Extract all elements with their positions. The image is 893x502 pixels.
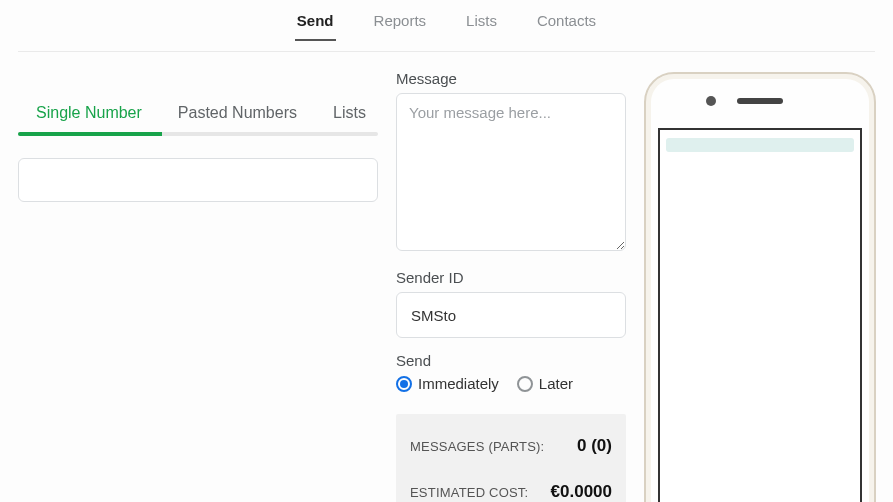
sender-id-input[interactable]: [396, 292, 626, 338]
phone-number-input[interactable]: [18, 158, 378, 202]
phone-screen: [658, 128, 862, 502]
send-immediately-label: Immediately: [418, 375, 499, 392]
send-later-label: Later: [539, 375, 573, 392]
radio-unchecked-icon: [517, 376, 533, 392]
phone-preview: [644, 72, 876, 502]
phone-camera-icon: [706, 96, 716, 106]
messages-parts-label: MESSAGES (PARTS):: [410, 439, 544, 454]
summary-box: MESSAGES (PARTS): 0 (0) ESTIMATED COST: …: [396, 414, 626, 502]
estimated-cost-value: €0.0000: [551, 482, 612, 502]
message-label: Message: [396, 70, 626, 87]
message-textarea[interactable]: [396, 93, 626, 251]
estimated-cost-label: ESTIMATED COST:: [410, 485, 528, 500]
recipient-tabs-indicator: [18, 132, 378, 136]
messages-parts-value: 0 (0): [577, 436, 612, 456]
tab-lists[interactable]: Lists: [315, 98, 384, 132]
tab-pasted-numbers[interactable]: Pasted Numbers: [160, 98, 315, 132]
tab-single-number[interactable]: Single Number: [18, 98, 160, 132]
nav-lists[interactable]: Lists: [464, 8, 499, 41]
send-when-label: Send: [396, 352, 626, 369]
radio-checked-icon: [396, 376, 412, 392]
sender-id-label: Sender ID: [396, 269, 626, 286]
send-later-option[interactable]: Later: [517, 375, 573, 392]
nav-send[interactable]: Send: [295, 8, 336, 41]
nav-contacts[interactable]: Contacts: [535, 8, 598, 41]
top-nav: Send Reports Lists Contacts: [18, 0, 875, 52]
recipient-tabs: Single Number Pasted Numbers Lists: [18, 98, 378, 132]
nav-reports[interactable]: Reports: [372, 8, 429, 41]
phone-speaker-icon: [737, 98, 783, 104]
phone-message-bubble: [666, 138, 854, 152]
send-immediately-option[interactable]: Immediately: [396, 375, 499, 392]
